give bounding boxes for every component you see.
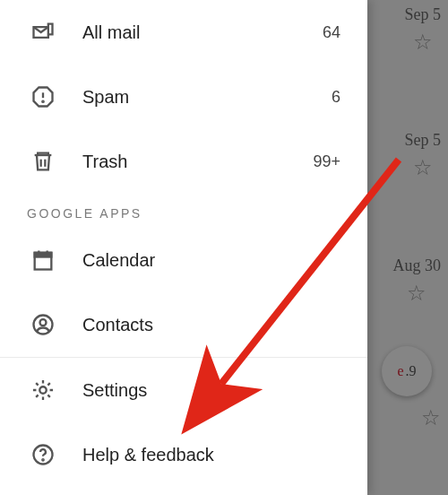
nav-item-contacts[interactable]: Contacts: [0, 292, 367, 357]
nav-item-calendar[interactable]: Calendar: [0, 228, 367, 292]
svg-point-12: [42, 459, 43, 460]
nav-item-trash[interactable]: Trash 99+: [0, 129, 367, 194]
svg-point-10: [39, 386, 46, 393]
nav-item-spam[interactable]: Spam 6: [0, 65, 367, 129]
nav-label: All mail: [82, 22, 323, 43]
nav-item-help[interactable]: Help & feedback: [0, 422, 367, 487]
calendar-icon: [27, 248, 59, 273]
svg-point-1: [42, 101, 43, 102]
nav-label: Contacts: [82, 315, 344, 335]
trash-icon: [27, 149, 59, 174]
nav-item-settings[interactable]: Settings: [0, 358, 367, 422]
nav-label: Trash: [82, 152, 313, 172]
nav-label: Spam: [82, 87, 332, 108]
gear-icon: [27, 378, 59, 403]
help-icon: [27, 442, 59, 467]
nav-label: Settings: [82, 380, 344, 401]
nav-label: Calendar: [82, 250, 344, 271]
nav-count: 99+: [313, 152, 344, 171]
section-header-google-apps: GOOGLE APPS: [0, 194, 367, 228]
nav-count: 6: [332, 88, 344, 107]
svg-rect-5: [35, 253, 52, 257]
nav-item-all-mail[interactable]: All mail 64: [0, 0, 367, 65]
nav-label: Help & feedback: [82, 445, 344, 465]
nav-count: 64: [323, 23, 344, 42]
spam-icon: [27, 84, 59, 109]
contacts-icon: [27, 312, 59, 337]
navigation-drawer: All mail 64 Spam 6 Trash 99+ GOOGLE APPS: [0, 0, 367, 495]
all-mail-icon: [27, 20, 59, 45]
svg-point-9: [40, 319, 47, 326]
